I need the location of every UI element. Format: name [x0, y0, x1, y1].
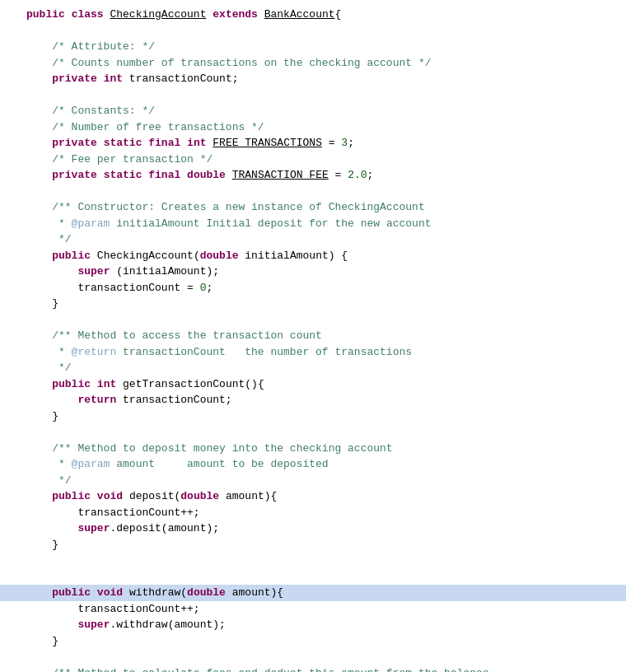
code-line — [0, 649, 626, 665]
code-line: */ — [0, 473, 626, 489]
code-line: */ — [0, 360, 626, 376]
code-line: /* Counts number of transactions on the … — [0, 55, 626, 72]
code-line-highlighted: public void withdraw(double amount){ — [0, 585, 626, 601]
code-line: transactionCount = 0; — [0, 280, 626, 296]
code-line: return transactionCount; — [0, 392, 626, 408]
code-line — [0, 87, 626, 104]
code-line — [0, 312, 626, 329]
code-line — [0, 23, 626, 40]
code-line — [0, 569, 626, 586]
code-line: transactionCount++; — [0, 601, 626, 618]
code-line: * @param initialAmount Initial deposit f… — [0, 216, 626, 232]
code-line: super.withdraw(amount); — [0, 617, 626, 633]
code-line: public void deposit(double amount){ — [0, 488, 626, 505]
code-line — [0, 553, 626, 569]
code-line: private static final int FREE_TRANSACTIO… — [0, 135, 626, 152]
code-line: private int transactionCount; — [0, 71, 626, 87]
code-line — [0, 184, 626, 200]
code-line: /* Attribute: */ — [0, 39, 626, 55]
code-line: * @return transactionCount the number of… — [0, 344, 626, 361]
code-line: * @param amount amount to be deposited — [0, 456, 626, 473]
code-line: transactionCount++; — [0, 505, 626, 521]
code-line: /* Constants: */ — [0, 103, 626, 119]
code-line: /** Method to access the transaction cou… — [0, 328, 626, 344]
code-line: } — [0, 408, 626, 425]
code-line — [0, 424, 626, 441]
code-line: /* Fee per transaction */ — [0, 152, 626, 168]
code-line: /* Number of free transactions */ — [0, 119, 626, 136]
code-line: /** Method to deposit money into the che… — [0, 441, 626, 457]
code-line: */ — [0, 231, 626, 248]
code-line: private static final double TRANSACTION_… — [0, 167, 626, 184]
code-line: public class CheckingAccount extends Ban… — [0, 7, 626, 23]
code-line: } — [0, 296, 626, 312]
code-line: } — [0, 537, 626, 553]
code-line: super.deposit(amount); — [0, 520, 626, 537]
code-line: public CheckingAccount(double initialAmo… — [0, 248, 626, 264]
code-line: public int getTransactionCount(){ — [0, 376, 626, 393]
code-editor: public class CheckingAccount extends Ban… — [0, 0, 626, 672]
code-line: super (initialAmount); — [0, 264, 626, 280]
code-line: /** Constructor: Creates a new instance … — [0, 199, 626, 216]
code-line: /** Method to calculate fees and deduct … — [0, 665, 626, 673]
code-line: } — [0, 633, 626, 650]
